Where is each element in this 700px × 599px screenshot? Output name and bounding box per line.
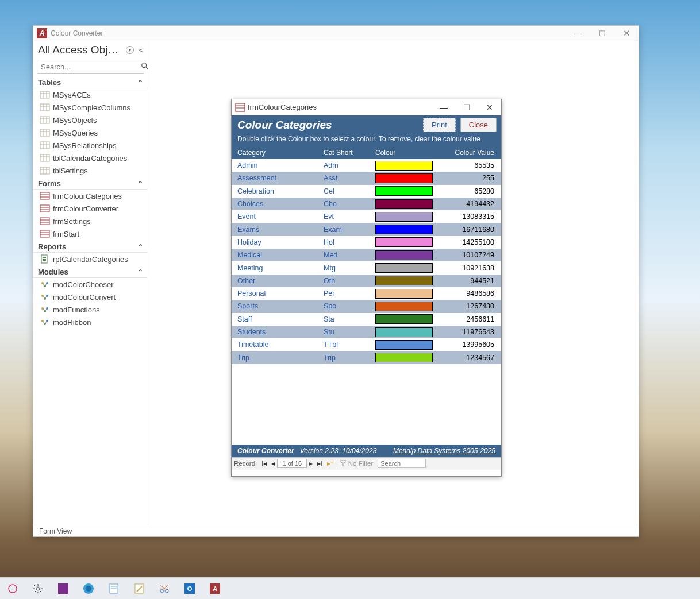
colour-swatch[interactable] bbox=[375, 212, 433, 222]
colour-swatch[interactable] bbox=[375, 289, 433, 299]
table-row[interactable]: TimetableTTbl13995605 bbox=[232, 338, 501, 351]
cell-category[interactable]: Holiday bbox=[232, 238, 324, 246]
nav-item[interactable]: MSysComplexColumns bbox=[33, 101, 148, 114]
taskbar-notepad-icon[interactable] bbox=[107, 582, 121, 596]
cell-colourvalue[interactable]: 255 bbox=[437, 174, 501, 182]
cell-category[interactable]: Students bbox=[232, 328, 324, 336]
cell-category[interactable]: Assessment bbox=[232, 174, 324, 182]
search-icon[interactable] bbox=[141, 62, 149, 72]
table-row[interactable]: MedicalMed10107249 bbox=[232, 249, 501, 261]
cell-category[interactable]: Exams bbox=[232, 226, 324, 234]
table-row[interactable]: OtherOth944521 bbox=[232, 275, 501, 287]
cell-catshort[interactable]: Mtg bbox=[324, 264, 375, 272]
nav-search[interactable] bbox=[37, 60, 144, 74]
cell-catshort[interactable]: Stu bbox=[324, 328, 375, 336]
cell-colourvalue[interactable]: 16711680 bbox=[437, 226, 501, 234]
cell-catshort[interactable]: Exam bbox=[324, 226, 375, 234]
cell-category[interactable]: Celebration bbox=[232, 187, 324, 195]
table-row[interactable]: EventEvt13083315 bbox=[232, 210, 501, 223]
cell-category[interactable]: Medical bbox=[232, 251, 324, 259]
nav-item[interactable]: tblCalendarCategories bbox=[33, 152, 148, 164]
cell-colourvalue[interactable]: 10921638 bbox=[437, 264, 501, 272]
cell-colourvalue[interactable]: 11976543 bbox=[437, 328, 501, 336]
table-row[interactable]: StudentsStu11976543 bbox=[232, 326, 501, 338]
recnav-first-button[interactable]: I◂ bbox=[259, 459, 269, 467]
cell-catshort[interactable]: TTbl bbox=[324, 341, 375, 349]
colour-swatch[interactable] bbox=[375, 161, 433, 171]
cell-colourvalue[interactable]: 9486586 bbox=[437, 289, 501, 297]
taskbar-onenote-icon[interactable] bbox=[56, 582, 70, 596]
minimize-button[interactable]: — bbox=[566, 26, 590, 41]
cell-colourvalue[interactable]: 13083315 bbox=[437, 212, 501, 221]
recnav-last-button[interactable]: ▸I bbox=[315, 459, 325, 467]
cell-catshort[interactable]: Spo bbox=[324, 302, 375, 310]
colour-swatch[interactable] bbox=[375, 250, 433, 260]
maximize-button[interactable]: ☐ bbox=[590, 26, 614, 41]
nav-group-tables[interactable]: Tables⌃ bbox=[33, 76, 148, 88]
form-close-button[interactable]: ✕ bbox=[478, 99, 501, 115]
nav-item[interactable]: modColorChooser bbox=[33, 278, 148, 291]
recnav-new-button[interactable]: ▸* bbox=[325, 459, 335, 467]
table-row[interactable]: StaffSta2456611 bbox=[232, 313, 501, 326]
cell-colourvalue[interactable]: 65535 bbox=[437, 161, 501, 169]
cell-category[interactable]: Other bbox=[232, 277, 324, 285]
cell-catshort[interactable]: Sta bbox=[324, 315, 375, 323]
cell-category[interactable]: Admin bbox=[232, 161, 324, 169]
nav-item[interactable]: modFunctions bbox=[33, 303, 148, 316]
colour-swatch[interactable] bbox=[375, 263, 433, 273]
colour-swatch[interactable] bbox=[375, 225, 433, 234]
footer-credit[interactable]: Mendip Data Systems 2005-2025 bbox=[393, 447, 495, 455]
colour-swatch[interactable] bbox=[375, 276, 433, 285]
table-row[interactable]: TripTrip1234567 bbox=[232, 351, 501, 364]
nav-item[interactable]: modColourConvert bbox=[33, 291, 148, 303]
cell-category[interactable]: Sports bbox=[232, 302, 324, 310]
cell-colourvalue[interactable]: 14255100 bbox=[437, 238, 501, 246]
table-row[interactable]: AssessmentAsst255 bbox=[232, 172, 501, 184]
recnav-search-input[interactable] bbox=[378, 459, 426, 468]
cell-colourvalue[interactable]: 944521 bbox=[437, 277, 501, 285]
colour-swatch[interactable] bbox=[375, 314, 433, 324]
cell-colourvalue[interactable]: 1267430 bbox=[437, 302, 501, 310]
cell-colourvalue[interactable]: 2456611 bbox=[437, 315, 501, 323]
colour-swatch[interactable] bbox=[375, 173, 433, 183]
nav-item[interactable]: tblSettings bbox=[33, 164, 148, 177]
cell-category[interactable]: Event bbox=[232, 212, 324, 221]
colour-swatch[interactable] bbox=[375, 186, 433, 196]
table-row[interactable]: CelebrationCel65280 bbox=[232, 185, 501, 198]
nav-group-reports[interactable]: Reports⌃ bbox=[33, 240, 148, 253]
cell-catshort[interactable]: Cel bbox=[324, 187, 375, 195]
cell-catshort[interactable]: Trip bbox=[324, 354, 375, 362]
table-row[interactable]: HolidayHol14255100 bbox=[232, 236, 501, 249]
recnav-next-button[interactable]: ▸ bbox=[307, 459, 315, 467]
taskbar-snagit-icon[interactable] bbox=[6, 582, 20, 596]
colour-swatch[interactable] bbox=[375, 199, 433, 209]
taskbar-snip-icon[interactable] bbox=[157, 582, 171, 596]
table-row[interactable]: PersonalPer9486586 bbox=[232, 287, 501, 300]
print-button[interactable]: Print bbox=[423, 118, 456, 132]
nav-item[interactable]: modRibbon bbox=[33, 316, 148, 329]
close-button[interactable]: ✕ bbox=[614, 26, 639, 41]
cell-catshort[interactable]: Cho bbox=[324, 200, 375, 208]
taskbar-edge-icon[interactable] bbox=[82, 582, 95, 596]
nav-item[interactable]: frmColourCategories bbox=[33, 190, 148, 202]
recnav-filter[interactable]: No Filter bbox=[336, 460, 375, 467]
cell-catshort[interactable]: Adm bbox=[324, 161, 375, 169]
cell-category[interactable]: Staff bbox=[232, 315, 324, 323]
cell-catshort[interactable]: Asst bbox=[324, 174, 375, 182]
recnav-counter[interactable]: 1 of 16 bbox=[277, 459, 307, 468]
colour-swatch[interactable] bbox=[375, 340, 433, 350]
taskbar-access-icon[interactable]: A bbox=[208, 582, 222, 596]
table-row[interactable]: ExamsExam16711680 bbox=[232, 223, 501, 235]
cell-colourvalue[interactable]: 4194432 bbox=[437, 200, 501, 208]
table-row[interactable]: MeetingMtg10921638 bbox=[232, 261, 501, 274]
cell-catshort[interactable]: Med bbox=[324, 251, 375, 259]
form-title-bar[interactable]: frmColourCategories — ☐ ✕ bbox=[232, 99, 501, 115]
nav-item[interactable]: MSysACEs bbox=[33, 88, 148, 101]
nav-item[interactable]: MSysRelationships bbox=[33, 139, 148, 152]
nav-group-forms[interactable]: Forms⌃ bbox=[33, 177, 148, 190]
cell-colourvalue[interactable]: 13995605 bbox=[437, 341, 501, 349]
nav-dropdown-icon[interactable]: ▾ bbox=[126, 46, 134, 54]
colour-swatch[interactable] bbox=[375, 237, 433, 247]
cell-colourvalue[interactable]: 1234567 bbox=[437, 354, 501, 362]
nav-item[interactable]: frmSettings bbox=[33, 215, 148, 227]
